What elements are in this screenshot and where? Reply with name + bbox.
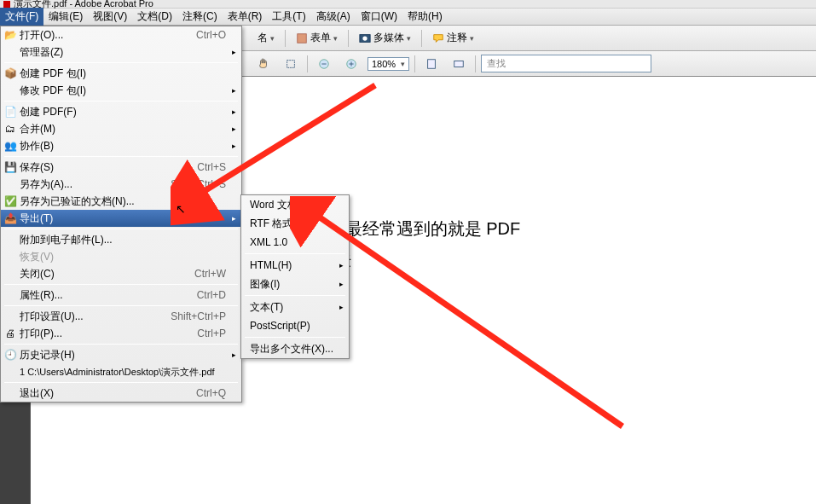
collaborate-icon: 👥 [3, 139, 17, 153]
menu-create-pdf[interactable]: 📄 创建 PDF(F)▸ [1, 103, 241, 120]
menu-help[interactable]: 帮助(H) [402, 8, 448, 26]
print-icon: 🖨 [3, 327, 17, 340]
menu-print-setup[interactable]: 打印设置(U)...Shift+Ctrl+P [1, 308, 241, 325]
menu-create-pdf-pkg[interactable]: 📦 创建 PDF 包(I) [1, 65, 241, 82]
export-word[interactable]: Word 文档 [241, 195, 349, 214]
comment-icon [432, 32, 444, 44]
toolbar-name[interactable]: 名▾ [252, 29, 280, 47]
menu-export[interactable]: 📤 导出(T)▸ [1, 210, 241, 227]
menu-history[interactable]: 🕘 历史记录(H)▸ [1, 346, 241, 363]
menu-recent-file[interactable]: 1 C:\Users\Administrator\Desktop\演示文件.pd… [1, 363, 241, 380]
cursor-icon: ↖ [176, 202, 186, 216]
toolbar-comment[interactable]: 注释▾ [427, 29, 479, 47]
save-icon: 💾 [3, 160, 17, 174]
menu-print[interactable]: 🖨 打印(P)...Ctrl+P [1, 325, 241, 342]
separator [4, 62, 238, 63]
chevron-right-icon: ▸ [232, 214, 236, 223]
chevron-right-icon: ▸ [232, 350, 236, 359]
menu-exit[interactable]: 退出(X)Ctrl+Q [1, 385, 241, 402]
menu-advanced[interactable]: 高级(A) [311, 8, 356, 26]
menu-document[interactable]: 文档(D) [132, 8, 177, 26]
search-input[interactable]: 查找 [481, 55, 651, 72]
menu-save[interactable]: 💾 保存(S)Ctrl+S [1, 159, 241, 176]
menu-attach-email[interactable]: 附加到电子邮件(L)... [1, 231, 241, 248]
marquee-icon [285, 58, 297, 70]
menu-combine[interactable]: 🗂 合并(M)▸ [1, 120, 241, 137]
separator [414, 55, 415, 72]
menu-modify-pdf-pkg[interactable]: 修改 PDF 包(I)▸ [1, 82, 241, 99]
plus-icon [345, 58, 357, 70]
separator [285, 30, 286, 47]
fit-width-icon [453, 58, 465, 70]
menu-close[interactable]: 关闭(C)Ctrl+W [1, 265, 241, 282]
hand-tool[interactable] [252, 56, 275, 72]
svg-rect-0 [298, 33, 307, 43]
separator [245, 253, 345, 254]
multimedia-icon [359, 32, 371, 44]
menu-revert[interactable]: 恢复(V) [1, 248, 241, 265]
zoom-out[interactable] [313, 56, 335, 72]
fit-page[interactable] [420, 56, 443, 72]
fit-width[interactable] [448, 56, 470, 72]
minus-icon [318, 58, 330, 70]
select-tool[interactable] [280, 56, 302, 72]
export-text[interactable]: 文本(T)▸ [241, 298, 349, 316]
chevron-right-icon: ▸ [232, 125, 236, 133]
separator [4, 344, 238, 345]
svg-rect-3 [287, 60, 295, 67]
toolbar-multimedia[interactable]: 多媒体▾ [354, 29, 416, 47]
zoom-in[interactable] [340, 56, 362, 72]
verified-icon: ✅ [3, 194, 17, 208]
menu-save-verified[interactable]: ✅ 另存为已验证的文档(N)... [1, 193, 241, 210]
separator [348, 30, 349, 47]
chevron-right-icon: ▸ [232, 48, 236, 56]
menu-edit[interactable]: 编辑(E) [43, 8, 88, 26]
menu-properties[interactable]: 属性(R)...Ctrl+D [1, 287, 241, 304]
menu-forms[interactable]: 表单(R) [223, 8, 268, 26]
form-icon [296, 32, 308, 44]
svg-rect-10 [454, 61, 464, 67]
chevron-right-icon: ▸ [232, 142, 236, 150]
export-rtf[interactable]: RTF 格式 [241, 214, 349, 233]
separator [4, 305, 238, 306]
separator [4, 156, 238, 157]
menu-open[interactable]: 📂 打开(O)...Ctrl+O [1, 26, 241, 43]
menubar: 文件(F) 编辑(E) 视图(V) 文档(D) 注释(C) 表单(R) 工具(T… [0, 9, 816, 26]
dropdown-icon: ▾ [333, 34, 338, 43]
separator [245, 295, 345, 296]
open-icon: 📂 [3, 28, 17, 42]
separator [4, 229, 238, 229]
chevron-right-icon: ▸ [232, 86, 236, 95]
svg-point-2 [362, 36, 367, 40]
app-icon [3, 1, 10, 8]
menu-comments[interactable]: 注释(C) [177, 8, 223, 26]
menu-tools[interactable]: 工具(T) [267, 8, 310, 26]
menu-save-as[interactable]: 另存为(A)...Shift+Ctrl+S [1, 176, 241, 193]
pdf-icon: 📄 [3, 105, 17, 119]
separator [307, 55, 308, 72]
separator [421, 30, 422, 47]
export-image[interactable]: 图像(I)▸ [241, 275, 349, 293]
svg-rect-9 [428, 59, 436, 68]
zoom-value[interactable]: 180%▾ [367, 57, 409, 71]
chevron-right-icon: ▸ [339, 261, 344, 269]
separator [475, 55, 476, 72]
export-postscript[interactable]: PostScript(P) [241, 316, 349, 335]
menu-file[interactable]: 文件(F) [0, 8, 43, 26]
toolbar-form[interactable]: 表单▾ [291, 29, 343, 47]
export-html[interactable]: HTML(H)▸ [241, 256, 349, 275]
dropdown-icon: ▾ [470, 34, 474, 43]
file-menu: 📂 打开(O)...Ctrl+O 管理器(Z)▸ 📦 创建 PDF 包(I) 修… [0, 26, 242, 403]
menu-window[interactable]: 窗口(W) [356, 8, 402, 26]
menu-collaborate[interactable]: 👥 协作(B)▸ [1, 137, 241, 154]
package-icon: 📦 [3, 67, 17, 80]
separator [245, 337, 345, 338]
menu-organizer[interactable]: 管理器(Z)▸ [1, 43, 241, 61]
fit-page-icon [425, 58, 437, 70]
menu-view[interactable]: 视图(V) [88, 8, 132, 26]
separator [4, 382, 238, 383]
chevron-right-icon: ▸ [339, 280, 344, 288]
export-xml[interactable]: XML 1.0 [241, 233, 349, 252]
export-multiple[interactable]: 导出多个文件(X)... [241, 339, 349, 358]
history-icon: 🕘 [3, 348, 17, 362]
